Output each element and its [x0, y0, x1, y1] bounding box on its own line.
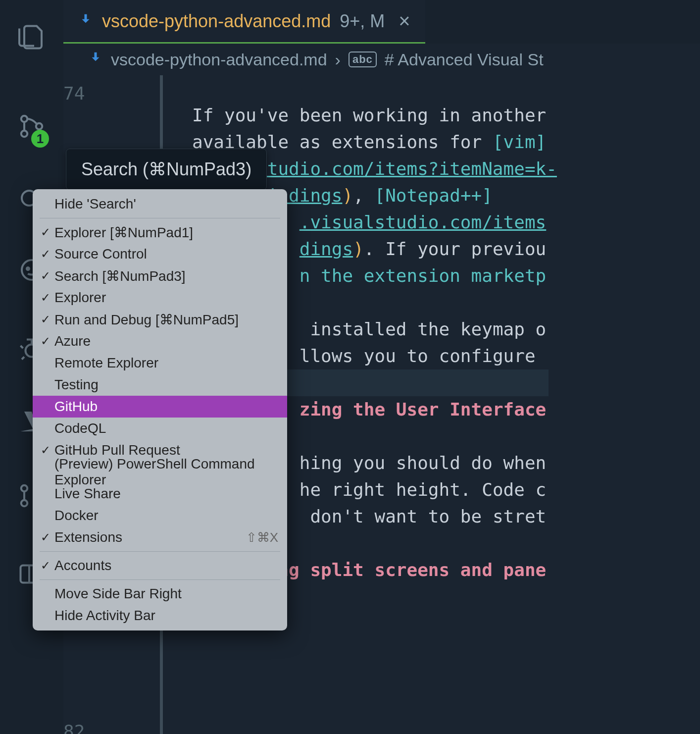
menu-move-sidebar[interactable]: Move Side Bar Right — [33, 583, 287, 605]
menu-testing[interactable]: Testing — [33, 374, 287, 396]
explorer-icon[interactable] — [4, 10, 59, 64]
menu-explorer-1[interactable]: ✓Explorer [⌘NumPad1] — [33, 221, 287, 243]
menu-codeql[interactable]: CodeQL — [33, 418, 287, 439]
menu-powershell[interactable]: (Preview) PowerShell Command Explorer — [33, 461, 287, 483]
scm-badge: 1 — [31, 130, 49, 148]
breadcrumb-symbol: # Advanced Visual St — [385, 50, 544, 69]
menu-docker[interactable]: Docker — [33, 505, 287, 526]
tab-bar: vscode-python-advanced.md 9+, M × — [63, 0, 700, 44]
tab-filename: vscode-python-advanced.md — [102, 11, 331, 32]
svg-point-0 — [21, 116, 28, 122]
editor-tab[interactable]: vscode-python-advanced.md 9+, M × — [63, 0, 425, 44]
breadcrumb[interactable]: vscode-python-advanced.md › abc # Advanc… — [63, 44, 700, 75]
markdown-file-icon — [78, 11, 93, 32]
menu-github[interactable]: GitHub — [33, 396, 287, 418]
markdown-file-icon — [88, 50, 103, 69]
menu-separator — [40, 218, 280, 218]
search-tooltip: Search (⌘NumPad3) — [66, 149, 267, 190]
menu-extensions[interactable]: ✓Extensions⇧⌘X — [33, 526, 287, 548]
menu-azure[interactable]: ✓Azure — [33, 330, 287, 352]
tab-status: 9+, M — [340, 11, 385, 32]
menu-separator — [40, 551, 280, 552]
chevron-right-icon: › — [335, 50, 341, 69]
svg-point-5 — [27, 267, 29, 270]
menu-separator — [40, 579, 280, 580]
menu-accounts[interactable]: ✓Accounts — [33, 555, 287, 577]
svg-point-1 — [21, 131, 28, 137]
menu-hide-search[interactable]: Hide 'Search' — [33, 193, 287, 215]
activity-bar-context-menu: Hide 'Search' ✓Explorer [⌘NumPad1] ✓Sour… — [33, 189, 287, 630]
menu-remote-explorer[interactable]: Remote Explorer — [33, 352, 287, 374]
menu-search[interactable]: ✓Search [⌘NumPad3] — [33, 265, 287, 287]
close-icon[interactable]: × — [399, 10, 410, 32]
svg-point-9 — [21, 500, 28, 507]
source-control-icon[interactable]: 1 — [4, 99, 59, 154]
symbol-icon: abc — [349, 52, 377, 67]
menu-live-share[interactable]: Live Share — [33, 483, 287, 505]
menu-run-debug[interactable]: ✓Run and Debug [⌘NumPad5] — [33, 309, 287, 330]
svg-point-2 — [36, 123, 43, 130]
menu-explorer-2[interactable]: ✓Explorer — [33, 287, 287, 309]
menu-source-control[interactable]: ✓Source Control — [33, 243, 287, 265]
breadcrumb-file: vscode-python-advanced.md — [111, 50, 327, 69]
svg-point-8 — [21, 485, 28, 492]
menu-hide-activity-bar[interactable]: Hide Activity Bar — [33, 605, 287, 627]
